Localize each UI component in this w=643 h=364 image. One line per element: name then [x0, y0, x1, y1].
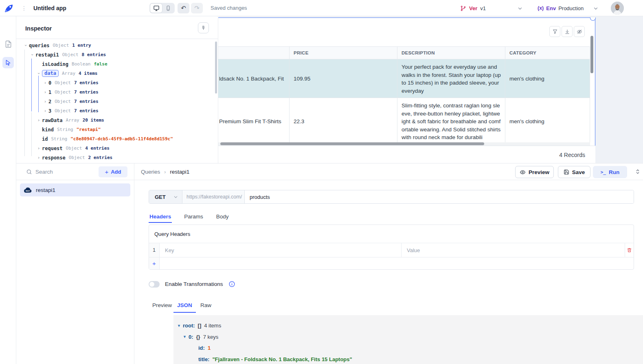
app-page[interactable]: PRICE DESCRIPTION CATEGORY ldsack No. 1 …	[218, 17, 595, 163]
column-header-title[interactable]	[218, 47, 290, 59]
cell-description[interactable]: Your perfect pack for everyday use and w…	[397, 59, 505, 98]
cell-category[interactable]: men's clothing	[505, 59, 590, 98]
scrollbar-thumb[interactable]	[590, 36, 593, 73]
header-key-input[interactable]: Key	[160, 243, 402, 257]
tree-chevron-icon[interactable]: ›	[35, 155, 42, 160]
expand-arrow-icon[interactable]: ▼	[183, 335, 189, 339]
table-row[interactable]: Premium Slim Fit T-Shirts 22.3 Slim-fitt…	[218, 98, 590, 145]
tree-chevron-icon[interactable]: ›	[42, 89, 48, 95]
app-menu-kebab-icon[interactable]: ⋮	[21, 4, 26, 13]
cell-title[interactable]: Premium Slim Fit T-Shirts	[218, 98, 290, 144]
inspector-tree-row[interactable]: › queries Object 1 entry	[16, 41, 218, 50]
response-tab[interactable]: Raw	[197, 302, 215, 313]
cell-category[interactable]: men's clothing	[505, 98, 590, 144]
tree-chevron-icon[interactable]: ›	[42, 99, 48, 104]
tree-key: queries	[29, 43, 50, 48]
tree-chevron-icon[interactable]: ›	[30, 52, 35, 58]
query-list-panel: Search + Add REST restapi1	[16, 163, 134, 364]
tree-key: response	[42, 155, 66, 161]
inspector-tree-row[interactable]: id String "c8e80947-dcb5-45f9-adb5-11f4d…	[16, 134, 218, 144]
breadcrumb-section[interactable]: Queries	[141, 169, 160, 175]
request-tab[interactable]: Body	[215, 211, 230, 223]
select-tool-button[interactable]	[2, 57, 14, 68]
collapse-panel-button[interactable]	[634, 168, 641, 175]
inspector-tree-row[interactable]: kind String "restapi"	[16, 125, 218, 134]
table-row[interactable]: ldsack No. 1 Backpack, Fit 109.95 Your p…	[218, 59, 590, 98]
json-row[interactable]: ▼ 0: {} 7 keys	[173, 331, 643, 343]
column-header-category[interactable]: CATEGORY	[505, 47, 590, 59]
table-hide-columns-button[interactable]	[574, 26, 585, 37]
inspector-tree-row[interactable]: › 2 Object 7 entries	[16, 97, 218, 106]
tree-count: 7 entries	[74, 80, 99, 85]
header-value-input[interactable]: Value	[402, 243, 625, 257]
expand-arrow-icon[interactable]: ▼	[177, 324, 183, 328]
inspector-tree-row[interactable]: › 3 Object 7 entries	[16, 106, 218, 116]
inspector-tree-row[interactable]: › restapi1 Object 8 entries	[16, 50, 218, 59]
top-bar: ⋮ Untitled app ↶ ↷ Saved changes Ver v1 …	[0, 0, 643, 16]
user-avatar[interactable]	[611, 2, 624, 15]
table-filter-button[interactable]	[549, 26, 560, 37]
delete-header-row-button[interactable]	[625, 243, 634, 257]
inspector-tree-row[interactable]: › request Object 4 entries	[16, 144, 218, 153]
json-row[interactable]: ▼ id: 1	[173, 342, 643, 354]
table-vertical-scrollbar[interactable]	[590, 31, 594, 129]
request-tab[interactable]: Params	[183, 211, 204, 223]
inspector-scrollbar[interactable]	[215, 41, 217, 94]
tree-chevron-icon[interactable]: ›	[23, 42, 29, 49]
mobile-view-button[interactable]	[162, 4, 174, 13]
undo-button[interactable]: ↶	[178, 3, 189, 13]
add-header-row-button[interactable]: +	[149, 257, 160, 269]
http-method-select[interactable]: GET	[149, 190, 182, 203]
redo-button[interactable]: ↷	[191, 3, 203, 13]
request-tab[interactable]: Headers	[149, 211, 172, 223]
canvas-area[interactable]: PRICE DESCRIPTION CATEGORY ldsack No. 1 …	[219, 16, 643, 163]
inspector-tree-row[interactable]: isLoading Boolean false	[16, 59, 218, 69]
inspector-tree-row[interactable]: › data Array 4 items	[16, 69, 218, 78]
column-header-price[interactable]: PRICE	[290, 47, 397, 59]
inspector-tree-row[interactable]: › response Object 2 entries	[16, 153, 218, 162]
tree-chevron-icon[interactable]: ›	[35, 118, 42, 123]
environment-chevron-icon[interactable]	[593, 6, 599, 11]
tree-count: 7 entries	[74, 99, 99, 104]
response-tabs: PreviewJSONRaw	[134, 300, 643, 314]
column-header-description[interactable]: DESCRIPTION	[397, 47, 505, 59]
inspector-tree-row[interactable]: › rawData Array 20 items	[16, 116, 218, 125]
pin-button[interactable]	[198, 22, 209, 33]
transformations-label: Enable Transformations	[165, 281, 223, 287]
table-download-button[interactable]	[562, 26, 573, 37]
response-tab[interactable]: Preview	[149, 302, 176, 313]
run-button[interactable]: >_ Run	[593, 166, 627, 178]
table-horizontal-scrollbar[interactable]	[218, 142, 590, 146]
add-query-button[interactable]: + Add	[99, 166, 127, 177]
scrollbar-thumb[interactable]	[220, 142, 484, 145]
appsmith-logo-icon[interactable]	[4, 3, 14, 13]
environment-selector[interactable]: (x) Env Production	[538, 0, 584, 16]
inspector-tree-row[interactable]: › 0 Object 7 entries	[16, 78, 218, 87]
tree-chevron-icon[interactable]: ›	[35, 146, 42, 151]
pages-icon[interactable]	[4, 40, 13, 48]
search-input[interactable]: Search	[35, 169, 53, 175]
info-icon[interactable]	[228, 281, 235, 288]
canvas-resize-handle[interactable]	[590, 17, 596, 21]
version-selector[interactable]: Ver v1	[460, 0, 486, 16]
cell-price[interactable]: 22.3	[290, 98, 397, 144]
query-list-item[interactable]: REST restapi1	[20, 183, 130, 196]
cell-title[interactable]: ldsack No. 1 Backpack, Fit	[218, 59, 290, 98]
tree-count: 4 items	[79, 71, 97, 76]
enable-transformations-toggle[interactable]	[149, 281, 160, 288]
cell-description[interactable]: Slim-fitting style, contrast raglan long…	[397, 98, 505, 144]
tree-chevron-icon[interactable]: ›	[36, 70, 42, 77]
preview-button[interactable]: Preview	[515, 166, 554, 178]
tree-chevron-icon[interactable]: ›	[42, 108, 48, 113]
cell-price[interactable]: 109.95	[290, 59, 397, 98]
app-title[interactable]: Untitled app	[33, 0, 66, 16]
version-chevron-icon[interactable]	[517, 6, 523, 11]
save-button[interactable]: Save	[558, 166, 590, 178]
desktop-view-button[interactable]	[150, 4, 162, 13]
json-row[interactable]: ▼ root: [] 4 items	[173, 320, 643, 331]
tree-chevron-icon[interactable]: ›	[42, 80, 48, 85]
response-tab[interactable]: JSON	[173, 302, 196, 313]
url-path-input[interactable]: products	[245, 190, 634, 203]
inspector-tree-row[interactable]: › 1 Object 7 entries	[16, 87, 218, 97]
json-row[interactable]: ▼ title: "Fjallraven - Foldsack No. 1 Ba…	[173, 354, 643, 364]
